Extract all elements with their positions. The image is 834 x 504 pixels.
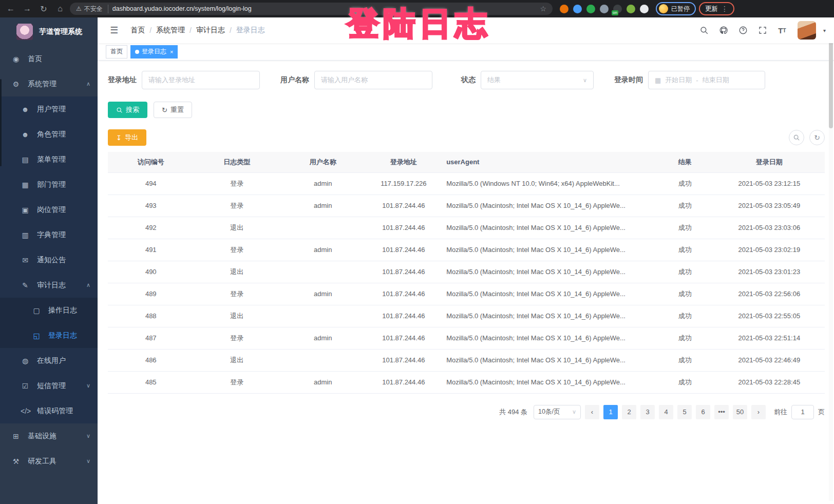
extension-green-check-icon[interactable] xyxy=(586,5,595,13)
show-search-toggle-button[interactable] xyxy=(789,130,804,145)
goto-suffix: 页 xyxy=(818,408,825,417)
page-button-2[interactable]: 2 xyxy=(622,405,636,419)
page-ellipsis[interactable]: ••• xyxy=(714,405,729,419)
page-button-6[interactable]: 6 xyxy=(696,405,710,419)
fullscreen-icon[interactable] xyxy=(756,24,769,36)
page-button-4[interactable]: 4 xyxy=(659,405,673,419)
sidebar-item-home[interactable]: ◉首页 xyxy=(0,46,98,71)
select-caret-icon: ∨ xyxy=(583,77,587,84)
github-icon[interactable] xyxy=(717,24,730,36)
browser-forward-icon[interactable]: → xyxy=(21,2,34,15)
sidebar-scrollbar[interactable] xyxy=(0,79,2,166)
extension-puzzle-icon[interactable] xyxy=(640,5,649,13)
sidebar-item-infrastructure[interactable]: ⊞基础设施∨ xyxy=(0,423,98,449)
page-size-select[interactable]: 10条/页 ∨ xyxy=(534,405,581,419)
browser-home-icon[interactable]: ⌂ xyxy=(53,2,67,15)
chevron-down-icon: ∨ xyxy=(86,382,90,389)
export-button[interactable]: ↧ 导出 xyxy=(108,129,146,146)
breadcrumb-item[interactable]: 首页 xyxy=(130,26,145,35)
table-cell: Mozilla/5.0 (Macintosh; Intel Mac OS X 1… xyxy=(441,371,656,393)
tag-登录日志[interactable]: 登录日志× xyxy=(130,45,178,59)
extension-leaf-icon[interactable] xyxy=(627,5,635,13)
table-row[interactable]: 492退出101.87.244.46Mozilla/5.0 (Macintosh… xyxy=(108,217,825,239)
table-cell xyxy=(280,261,366,283)
sidebar-item-online-users[interactable]: ◍在线用户 xyxy=(0,348,98,373)
page-button-1[interactable]: 1 xyxy=(603,405,618,419)
sidebar-item-menu-mgmt[interactable]: ▤菜单管理 xyxy=(0,147,98,172)
extension-list-icon[interactable]: on xyxy=(613,5,622,13)
breadcrumb-item: 登录日志 xyxy=(236,26,265,35)
sidebar-item-operation-log[interactable]: ▢操作日志 xyxy=(0,298,98,323)
page-button-5[interactable]: 5 xyxy=(677,405,692,419)
app-logo-row[interactable]: 芋道管理系统 xyxy=(0,17,98,46)
extension-grid-icon[interactable] xyxy=(600,5,609,13)
browser-back-icon[interactable]: ← xyxy=(4,2,17,15)
table-row[interactable]: 486退出101.87.244.46Mozilla/5.0 (Macintosh… xyxy=(108,349,825,371)
sidebar-item-error-code-mgmt[interactable]: </>错误码管理 xyxy=(0,398,98,423)
audit-log-icon: ✎ xyxy=(21,281,30,289)
main-panel: ☰ 首页/系统管理/审计日志/登录日志 TT ▾ 首页登录 xyxy=(98,17,834,504)
sidebar-item-dev-tools[interactable]: ⚒研发工具∨ xyxy=(0,449,98,474)
page-scrollbar[interactable] xyxy=(829,21,833,501)
extension-blue-gem-icon[interactable] xyxy=(573,5,582,13)
status-filter-select[interactable]: 结果 ∨ xyxy=(481,71,594,89)
table-row[interactable]: 493登录admin101.87.244.46Mozilla/5.0 (Maci… xyxy=(108,195,825,217)
extension-orange-ring-icon[interactable] xyxy=(560,5,568,13)
table-row[interactable]: 488退出101.87.244.46Mozilla/5.0 (Macintosh… xyxy=(108,305,825,327)
tag-close-icon[interactable]: × xyxy=(170,49,173,55)
table-cell: 登录 xyxy=(194,283,280,305)
page-button-50[interactable]: 50 xyxy=(733,405,747,419)
user-avatar[interactable] xyxy=(798,21,816,40)
sidebar-toggle-icon[interactable]: ☰ xyxy=(106,25,122,36)
browser-reload-icon[interactable]: ↻ xyxy=(37,2,50,15)
help-icon[interactable] xyxy=(737,24,749,36)
table-row[interactable]: 485登录admin101.87.244.46Mozilla/5.0 (Maci… xyxy=(108,371,825,393)
breadcrumb-item[interactable]: 系统管理 xyxy=(156,26,185,35)
table-cell: 成功 xyxy=(656,239,714,261)
prev-page-button[interactable]: ‹ xyxy=(585,405,599,419)
goto-page-input[interactable]: 1 xyxy=(791,405,814,419)
table-row[interactable]: 489登录admin101.87.244.46Mozilla/5.0 (Maci… xyxy=(108,283,825,305)
sidebar-item-audit-log[interactable]: ✎审计日志∧ xyxy=(0,273,98,298)
next-page-button[interactable]: › xyxy=(751,405,766,419)
header-search-icon[interactable] xyxy=(698,24,710,36)
bookmark-star-icon[interactable]: ☆ xyxy=(540,5,546,13)
table-refresh-button[interactable]: ↻ xyxy=(809,130,825,145)
sidebar-item-notice[interactable]: ✉通知公告 xyxy=(0,247,98,273)
address-filter-input[interactable]: 请输入登录地址 xyxy=(142,71,260,89)
login-time-range-picker[interactable]: ▦ 开始日期 - 结束日期 xyxy=(648,71,765,89)
login-log-icon: ◱ xyxy=(32,332,41,340)
username-filter-input[interactable]: 请输入用户名称 xyxy=(314,71,432,89)
table-cell: 2021-05-03 23:03:06 xyxy=(714,217,825,239)
table-row[interactable]: 491登录admin101.87.244.46Mozilla/5.0 (Maci… xyxy=(108,239,825,261)
sidebar-item-user-mgmt[interactable]: ☻用户管理 xyxy=(0,96,98,122)
table-cell: 486 xyxy=(108,349,194,371)
avatar-caret-icon[interactable]: ▾ xyxy=(823,28,826,33)
breadcrumb-item[interactable]: 审计日志 xyxy=(196,26,225,35)
tag-label: 登录日志 xyxy=(142,47,166,56)
not-secure-warning[interactable]: ⚠ 不安全 xyxy=(76,5,108,13)
table-cell: admin xyxy=(280,371,366,393)
sidebar-item-system-mgmt[interactable]: ⚙系统管理∧ xyxy=(0,71,98,96)
table-row[interactable]: 490退出101.87.244.46Mozilla/5.0 (Macintosh… xyxy=(108,261,825,283)
browser-update-button[interactable]: 更新 ⋮ xyxy=(699,2,734,15)
column-header-3: 登录地址 xyxy=(366,152,442,172)
table-cell: 2021-05-03 22:28:45 xyxy=(714,371,825,393)
table-row[interactable]: 494登录admin117.159.17.226Mozilla/5.0 (Win… xyxy=(108,172,825,195)
sidebar-item-dept-mgmt[interactable]: ▦部门管理 xyxy=(0,172,98,197)
tag-首页[interactable]: 首页 xyxy=(106,45,127,59)
sidebar-item-login-log[interactable]: ◱登录日志 xyxy=(0,323,98,348)
sidebar-item-post-mgmt[interactable]: ▣岗位管理 xyxy=(0,197,98,222)
search-button[interactable]: 搜索 xyxy=(108,102,147,118)
reset-button[interactable]: ↻ 重置 xyxy=(154,102,192,118)
table-cell: 登录 xyxy=(194,172,280,195)
sidebar-item-dict-mgmt[interactable]: ▥字典管理 xyxy=(0,222,98,247)
font-size-icon[interactable]: TT xyxy=(776,24,788,36)
page-button-3[interactable]: 3 xyxy=(640,405,655,419)
table-row[interactable]: 487登录admin101.87.244.46Mozilla/5.0 (Maci… xyxy=(108,327,825,349)
table-cell: 2021-05-03 23:02:19 xyxy=(714,239,825,261)
browser-menu-icon[interactable]: ⋮ xyxy=(721,5,728,13)
sidebar-item-sms-mgmt[interactable]: ☑短信管理∨ xyxy=(0,373,98,398)
profile-chip[interactable]: 已暂停 xyxy=(656,2,696,15)
sidebar-item-role-mgmt[interactable]: ☻角色管理 xyxy=(0,122,98,147)
